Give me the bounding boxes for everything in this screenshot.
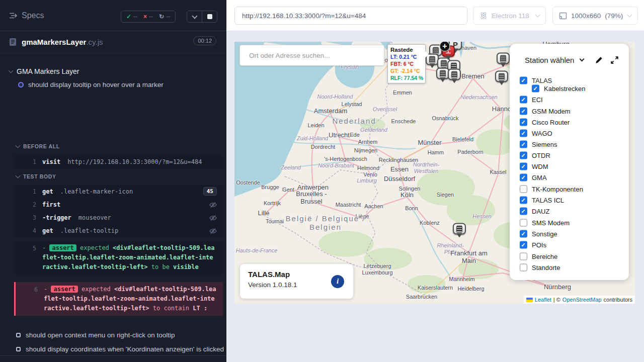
station-layer-row[interactable]: Bereiche [520,253,557,260]
stage-topbar: http://192.168.10.33:3000/?m=12&u=484 El… [226,0,644,31]
checkbox-checked[interactable] [520,119,527,126]
rack-icon [433,47,439,54]
failed-icon: × [143,13,147,20]
assert-passed[interactable]: 5 - assert expected <div#leaflet-tooltip… [14,241,223,275]
command-visit[interactable]: 1 visit http://192.168.10.33:3000/?m=12&… [14,155,223,168]
specs-toggle[interactable]: Specs [9,11,44,20]
expand-icon[interactable] [610,56,619,64]
station-layer-row[interactable]: TALAS [520,77,552,84]
spec-row[interactable]: gmaMarkersLayer.cy.js 00:12 [0,31,226,53]
checkbox-checked[interactable] [520,141,527,148]
pending-test-context-menu[interactable]: should open context menu on right-click … [16,331,175,339]
station-panel: Station wählen TALA [510,44,629,280]
checkbox-checked[interactable] [520,174,527,182]
suite-title[interactable]: GMA Markers Layer [9,67,79,75]
chevron-down-icon [192,13,197,19]
checkbox-checked[interactable] [520,130,527,137]
command-trigger[interactable]: 3 -trigger mouseover [14,211,223,224]
cypress-reporter: Specs ✓-- ×-- ↻-- gmaMarkersLayer.cy.js … [0,0,226,362]
station-layer-row[interactable]: TALAS ICL [520,197,564,204]
marker-tooltip[interactable]: Rastede LT: 0.21 °CFBT: 6 °CGT: -2.14 °C… [387,44,426,83]
station-layer-row[interactable]: WDM [520,163,548,170]
element-count-badge: 45 [203,187,217,196]
station-layer-row[interactable]: Standorte [520,264,560,272]
station-layer-row[interactable]: Sonstige [520,230,557,238]
url-input[interactable]: http://192.168.10.33:3000/?m=12&u=484 [234,7,467,25]
leaflet-link[interactable]: Leaflet [535,297,551,303]
station-layer-row[interactable]: DAUZ [520,208,549,215]
station-layer-label: WAGO [532,130,552,137]
electron-icon [479,12,488,20]
station-layer-row[interactable]: OTDR [520,152,550,159]
station-layer-row[interactable]: SMS Modem [520,219,570,227]
station-layer-label: Cisco Router [532,119,570,126]
checkbox-unchecked[interactable] [520,186,527,193]
checkbox-checked[interactable] [520,163,527,170]
station-layer-label: Sonstige [532,230,557,238]
checkbox-checked[interactable] [520,230,527,238]
station-marker[interactable] [495,71,508,82]
assert-badge: assert [49,244,76,251]
station-layer-row[interactable]: TK-Komponenten [520,186,583,193]
checkbox-checked[interactable] [520,96,527,104]
checkbox-checked[interactable] [520,108,527,115]
running-test-title[interactable]: should display tooltip on hover over a m… [18,81,164,88]
station-layer-row[interactable]: GMA [520,174,547,182]
checkbox-checked[interactable] [520,241,527,249]
collapse-button[interactable] [187,11,202,22]
info-icon[interactable]: i [331,275,344,288]
checkbox-unchecked[interactable] [520,219,527,227]
pending-test-coordinates[interactable]: should display coordinates when 'Koordin… [16,345,224,353]
map-search-input[interactable]: Ort oder Adresse suchen... [239,45,384,66]
suite-chevron-icon [9,68,14,73]
checkbox-checked[interactable] [532,85,539,93]
station-layer-row[interactable]: Siemens [520,141,557,148]
viewport-icon [559,12,567,20]
station-layer-row[interactable]: WAGO [520,130,552,137]
station-layer-label: Siemens [532,141,557,148]
section-test-body[interactable]: TEST BODY [16,173,56,179]
chevron-down-icon [627,13,632,18]
passed-icon: ✓ [126,13,131,20]
station-layer-row[interactable]: Cisco Router [520,119,570,126]
station-marker[interactable] [497,53,510,64]
eye-slash-icon [209,227,217,236]
stop-button[interactable] [202,11,217,22]
station-layer-label: Standorte [532,264,560,272]
assert-failed[interactable]: 6 - assert expected <div#leaflet-tooltip… [14,282,223,316]
edit-pencil-icon[interactable] [595,56,603,64]
command-first[interactable]: 2 first [14,198,223,211]
checkbox-unchecked[interactable] [520,264,527,272]
leaflet-map[interactable]: HamburgBremerhavenGroningenFryslânBremen… [234,42,635,304]
station-marker[interactable] [448,69,461,80]
spec-file-icon [9,38,17,46]
tooltip-title: Rastede [390,46,423,53]
rack-icon [440,70,446,77]
command-get-marker[interactable]: 1 get .leaflet-marker-icon 45 [14,185,223,198]
station-layer-row[interactable]: ECI [520,96,543,104]
checkbox-checked[interactable] [520,197,527,204]
section-before-all[interactable]: BEFORE ALL [16,143,60,149]
osm-link[interactable]: OpenStreetMap [562,297,602,303]
restart-icon: ↻ [159,13,164,20]
checkbox-unchecked[interactable] [520,253,527,260]
station-layer-label: Bereiche [532,253,557,260]
checkbox-checked[interactable] [520,208,527,215]
rack-icon [451,71,457,78]
station-layer-row[interactable]: GSM Modem [520,108,571,115]
station-layer-label: POIs [532,241,546,249]
checkbox-checked[interactable] [520,152,527,159]
station-layer-row[interactable]: Kabelstrecken [532,85,585,93]
chevron-down-icon[interactable] [580,57,585,62]
browser-select[interactable]: Electron 118 [473,7,546,25]
command-get-tooltip[interactable]: 4 get .leaflet-tooltip [14,224,223,237]
station-layer-label: Kabelstrecken [544,85,585,93]
station-layer-row[interactable]: POIs [520,241,546,249]
checkbox-checked[interactable] [520,77,527,84]
app-version: Version 1.0.18.1 [248,281,345,289]
station-layer-label: ECI [532,96,543,104]
station-marker[interactable] [453,223,466,235]
tooltip-measurement: RLF: 77.54 % [390,74,423,81]
viewport-select[interactable]: 1000x660 (79%) [552,7,638,25]
specs-menu-icon [9,12,18,19]
